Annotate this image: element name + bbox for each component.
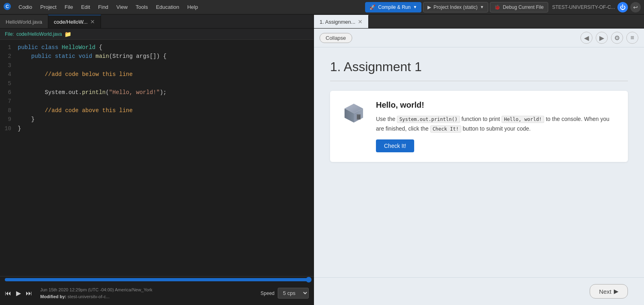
progress-fill [5,278,309,281]
tab-helloworld-java[interactable]: HelloWorld.java [0,15,48,28]
assignment-pane: Collapse ◀ ▶ ⚙ ≡ 1. Assignment 1 [314,29,644,305]
speed-select[interactable]: 1 cps 2 cps 5 cps 10 cps 20 cps [278,288,309,299]
file-label: File: [5,31,14,37]
meta-info: Jun 15th 2020 12:29pm (UTC -04:00) Ameri… [40,287,152,300]
menu-view[interactable]: View [113,2,131,12]
file-info-bar: File: code/HelloWorld.java 📁 [0,29,314,40]
skip-forward-button[interactable]: ⏭ [26,290,32,297]
code-text[interactable]: public class HelloWorld { public static … [14,40,314,276]
isometric-box-icon [340,100,368,129]
more-menu-button[interactable]: ≡ [626,32,638,44]
compile-dropdown-arrow: ▼ [413,5,417,9]
debug-icon: 🐞 [494,4,500,10]
username-display: STEST-UNIVERSITY-OF-C... [552,4,615,10]
card-heading: Hello, world! [376,100,618,110]
speed-section: Speed 1 cps 2 cps 5 cps 10 cps 20 cps [260,288,309,299]
collapse-button[interactable]: Collapse [320,33,352,43]
tab-label: 1. Assignmen... [320,19,355,25]
play-icon: 🚀 [369,4,376,10]
card-icon [340,100,368,152]
progress-bar-container[interactable] [0,276,314,281]
code-snippet-1: System.out.println() [397,116,460,123]
progress-thumb [306,277,312,282]
assignment-tab-close-icon[interactable]: ✕ [358,19,363,25]
next-label: Next [599,288,611,295]
code-editor[interactable]: 12345 678910 public class HelloWorld { p… [0,40,314,276]
menu-file[interactable]: File [61,2,76,12]
datetime-display: Jun 15th 2020 12:29pm (UTC -04:00) Ameri… [40,287,152,293]
compile-run-button[interactable]: 🚀 Compile & Run ▼ [365,2,421,12]
svg-rect-6 [357,115,359,119]
tab-label: HelloWorld.java [6,19,42,25]
tab-assignment[interactable]: 1. Assignmen... ✕ [314,15,369,28]
menu-edit[interactable]: Edit [78,2,93,12]
skip-back-button[interactable]: ⏮ [5,290,11,297]
assignment-title: 1. Assignment 1 [330,59,628,81]
svg-text:C: C [6,4,9,9]
speed-label: Speed [260,291,275,296]
file-path: code/HelloWorld.java [17,31,62,37]
next-icon: ▶ [614,288,619,295]
assignment-toolbar: Collapse ◀ ▶ ⚙ ≡ [314,29,644,47]
playback-controls: ⏮ ▶ ⏭ [5,289,32,297]
progress-track [5,278,309,281]
tab-label: code/HelloW... [54,19,88,25]
bottom-bar: ⏮ ▶ ⏭ Jun 15th 2020 12:29pm (UTC -04:00)… [0,276,314,305]
bottom-info: ⏮ ▶ ⏭ Jun 15th 2020 12:29pm (UTC -04:00)… [0,281,314,305]
logout-button[interactable]: ↩ [630,2,641,12]
assignment-content: 1. Assignment 1 [314,47,644,277]
menu-project[interactable]: Project [37,2,60,12]
play-pause-button[interactable]: ▶ [16,289,21,297]
assignment-nav-controls: ◀ ▶ ⚙ ≡ [580,32,638,44]
menu-codio[interactable]: Codio [15,2,35,12]
nav-back-button[interactable]: ◀ [580,32,592,44]
project-index-icon: ▶ [427,4,431,10]
app-logo: C [3,2,11,12]
line-numbers: 12345 678910 [0,40,14,276]
menu-tools[interactable]: Tools [132,2,151,12]
code-snippet-2: Hello, world! [502,116,544,123]
assignment-footer: Next ▶ [314,277,644,305]
tab-code-helloworld[interactable]: code/HelloW... ✕ [48,15,101,28]
editor-pane: File: code/HelloWorld.java 📁 12345 67891… [0,29,314,305]
nav-forward-button[interactable]: ▶ [596,32,608,44]
main-content: File: code/HelloWorld.java 📁 12345 67891… [0,29,644,305]
next-button[interactable]: Next ▶ [590,284,628,299]
tab-close-icon[interactable]: ✕ [90,19,95,25]
modified-by-display: Modified by: stest-universitv-of-c... [40,293,152,300]
settings-button[interactable]: ⚙ [611,32,623,44]
code-snippet-3: Check It! [430,125,461,133]
card-description: Use the System.out.println() function to… [376,115,618,134]
menu-help[interactable]: Help [184,2,201,12]
power-button[interactable]: ⏻ [617,2,628,12]
card-body: Hello, world! Use the System.out.println… [376,100,618,152]
debug-button[interactable]: 🐞 Debug Current File [490,2,548,12]
folder-icon: 📁 [64,31,71,37]
user-controls: STEST-UNIVERSITY-OF-C... ⏻ ↩ [552,2,641,12]
assignment-card: Hello, world! Use the System.out.println… [330,91,628,162]
project-index-button[interactable]: ▶ Project Index (static) ▼ [423,2,488,12]
menu-education[interactable]: Education [153,2,182,12]
menu-find[interactable]: Find [95,2,111,12]
project-index-dropdown-arrow: ▼ [480,5,484,9]
menubar: C Codio Project File Edit Find View Tool… [0,0,644,14]
svg-rect-7 [359,115,360,119]
check-it-button[interactable]: Check It! [376,139,414,152]
